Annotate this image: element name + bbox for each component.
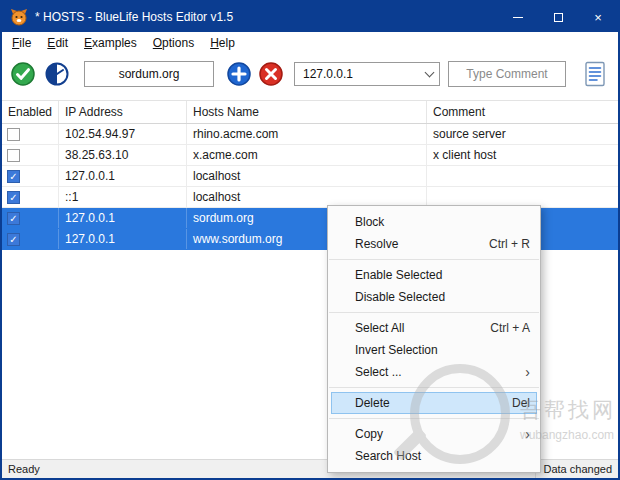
menu-bar: FileEditExamplesOptionsHelp bbox=[2, 32, 618, 54]
host-name-input[interactable] bbox=[84, 61, 214, 87]
context-menu-label: Resolve bbox=[355, 237, 489, 251]
cell-hosts-name: x.acme.com bbox=[187, 145, 427, 165]
hosts-table-header: EnabledIP AddressHosts NameComment bbox=[2, 101, 618, 124]
cell-enabled: ✓ bbox=[2, 229, 59, 249]
column-header-enabled[interactable]: Enabled bbox=[2, 101, 59, 123]
delete-host-button[interactable] bbox=[258, 61, 284, 87]
table-row[interactable]: 102.54.94.97rhino.acme.comsource server bbox=[2, 124, 618, 145]
context-menu-label: Select ... bbox=[355, 365, 517, 379]
menu-file[interactable]: File bbox=[4, 34, 39, 52]
cell-hosts-name: localhost bbox=[187, 166, 427, 186]
save-button[interactable] bbox=[10, 61, 36, 87]
context-menu-label: Block bbox=[355, 215, 530, 229]
clock-icon bbox=[44, 61, 70, 87]
context-menu-item-disable-selected[interactable]: Disable Selected bbox=[328, 286, 540, 308]
context-menu-item-invert-selection[interactable]: Invert Selection bbox=[328, 339, 540, 361]
maximize-button[interactable] bbox=[538, 2, 578, 32]
cell-ip-address: ::1 bbox=[59, 187, 187, 207]
window-title: * HOSTS - BlueLife Hosts Editor v1.5 bbox=[35, 10, 498, 24]
checkbox-unchecked-icon[interactable] bbox=[7, 149, 20, 162]
checkbox-checked-icon[interactable]: ✓ bbox=[7, 233, 20, 246]
context-menu-label: Search Host bbox=[355, 449, 530, 463]
cell-ip-address: 127.0.0.1 bbox=[59, 166, 187, 186]
table-row[interactable]: ✓127.0.0.1localhost bbox=[2, 166, 618, 187]
context-menu-item-search-host[interactable]: Search Host bbox=[328, 445, 540, 467]
cell-enabled bbox=[2, 124, 59, 144]
cell-comment: source server bbox=[427, 124, 618, 144]
ip-address-select[interactable]: 127.0.0.1 bbox=[294, 62, 440, 86]
context-menu-separator bbox=[329, 387, 539, 388]
cell-hosts-name: localhost bbox=[187, 187, 427, 207]
checkbox-checked-icon[interactable]: ✓ bbox=[7, 212, 20, 225]
open-hosts-file-button[interactable] bbox=[582, 61, 608, 87]
context-menu-label: Invert Selection bbox=[355, 343, 530, 357]
cell-comment bbox=[427, 166, 618, 186]
cell-ip-address: 102.54.94.97 bbox=[59, 124, 187, 144]
cell-ip-address: 127.0.0.1 bbox=[59, 229, 187, 249]
cell-enabled: ✓ bbox=[2, 208, 59, 228]
maximize-icon bbox=[554, 13, 563, 22]
close-icon: × bbox=[594, 10, 602, 25]
app-window: * HOSTS - BlueLife Hosts Editor v1.5 × F… bbox=[0, 0, 620, 480]
context-menu-label: Enable Selected bbox=[355, 268, 530, 282]
context-menu-separator bbox=[329, 312, 539, 313]
context-menu-shortcut: Ctrl + R bbox=[489, 237, 530, 251]
toolbar: 127.0.0.1 bbox=[2, 54, 618, 94]
close-button[interactable]: × bbox=[578, 2, 618, 32]
ip-address-value: 127.0.0.1 bbox=[295, 67, 419, 81]
status-right-text: Data changed bbox=[535, 460, 613, 478]
minimize-button[interactable] bbox=[498, 2, 538, 32]
red-x-icon bbox=[258, 61, 284, 87]
context-menu-item-enable-selected[interactable]: Enable Selected bbox=[328, 264, 540, 286]
context-menu-separator bbox=[329, 418, 539, 419]
checkbox-unchecked-icon[interactable] bbox=[7, 128, 20, 141]
menu-options[interactable]: Options bbox=[145, 34, 202, 52]
cell-hosts-name: rhino.acme.com bbox=[187, 124, 427, 144]
context-menu-label: Delete bbox=[355, 396, 512, 410]
comment-input[interactable] bbox=[448, 61, 566, 87]
cell-ip-address: 127.0.0.1 bbox=[59, 208, 187, 228]
context-menu: BlockResolveCtrl + REnable SelectedDisab… bbox=[327, 205, 541, 473]
context-menu-label: Disable Selected bbox=[355, 290, 530, 304]
context-menu-item-delete[interactable]: DeleteDel bbox=[331, 392, 537, 414]
backup-button[interactable] bbox=[44, 61, 70, 87]
context-menu-shortcut: Del bbox=[512, 396, 530, 410]
context-menu-item-copy[interactable]: Copy› bbox=[328, 423, 540, 445]
context-menu-item-block[interactable]: Block bbox=[328, 211, 540, 233]
cell-comment: x client host bbox=[427, 145, 618, 165]
cell-enabled: ✓ bbox=[2, 187, 59, 207]
column-header-ip-address[interactable]: IP Address bbox=[59, 101, 187, 123]
cell-comment bbox=[427, 187, 618, 207]
document-lines-icon bbox=[584, 61, 606, 87]
context-menu-shortcut: Ctrl + A bbox=[490, 321, 530, 335]
checkbox-checked-icon[interactable]: ✓ bbox=[7, 191, 20, 204]
cell-ip-address: 38.25.63.10 bbox=[59, 145, 187, 165]
context-menu-label: Select All bbox=[355, 321, 490, 335]
submenu-arrow-icon: › bbox=[525, 365, 530, 379]
title-bar: * HOSTS - BlueLife Hosts Editor v1.5 × bbox=[2, 2, 618, 32]
app-icon bbox=[10, 8, 28, 26]
context-menu-item-select[interactable]: Select ...› bbox=[328, 361, 540, 383]
column-header-hosts-name[interactable]: Hosts Name bbox=[187, 101, 427, 123]
menu-examples[interactable]: Examples bbox=[76, 34, 145, 52]
green-check-icon bbox=[10, 61, 36, 87]
menu-help[interactable]: Help bbox=[202, 34, 243, 52]
blue-plus-icon bbox=[226, 61, 252, 87]
checkbox-checked-icon[interactable]: ✓ bbox=[7, 170, 20, 183]
menu-edit[interactable]: Edit bbox=[39, 34, 76, 52]
cell-enabled bbox=[2, 145, 59, 165]
column-header-comment[interactable]: Comment bbox=[427, 101, 618, 123]
context-menu-label: Copy bbox=[355, 427, 517, 441]
context-menu-item-select-all[interactable]: Select AllCtrl + A bbox=[328, 317, 540, 339]
add-host-button[interactable] bbox=[226, 61, 252, 87]
context-menu-separator bbox=[329, 259, 539, 260]
submenu-arrow-icon: › bbox=[525, 427, 530, 441]
context-menu-item-resolve[interactable]: ResolveCtrl + R bbox=[328, 233, 540, 255]
cell-enabled: ✓ bbox=[2, 166, 59, 186]
table-row[interactable]: 38.25.63.10x.acme.comx client host bbox=[2, 145, 618, 166]
chevron-down-icon bbox=[419, 63, 439, 85]
minimize-icon bbox=[513, 17, 523, 18]
